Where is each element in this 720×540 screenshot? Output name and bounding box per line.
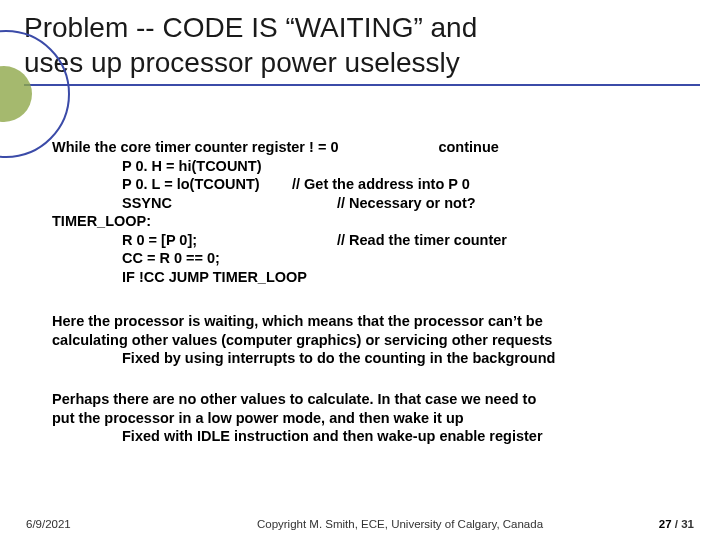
- code-text: continue: [438, 139, 498, 155]
- code-line: TIMER_LOOP:: [52, 212, 694, 231]
- code-line: CC = R 0 == 0;: [52, 249, 694, 268]
- page-total: 31: [681, 518, 694, 530]
- para-subline: Fixed with IDLE instruction and then wak…: [52, 427, 694, 446]
- slide-title: Problem -- CODE IS “WAITING” and uses up…: [24, 10, 700, 80]
- paragraph-1: Here the processor is waiting, which mea…: [52, 312, 694, 368]
- page-current: 27: [659, 518, 672, 530]
- para-line: Perhaps there are no other values to cal…: [52, 391, 536, 407]
- code-text: R 0 = [P 0];: [122, 232, 197, 248]
- code-text: SSYNC: [122, 195, 172, 211]
- slide-body: While the core timer counter register ! …: [0, 92, 720, 446]
- code-text: IF !CC JUMP TIMER_LOOP: [122, 269, 307, 285]
- code-line: R 0 = [P 0];// Read the timer counter: [52, 231, 694, 250]
- paragraph-2: Perhaps there are no other values to cal…: [52, 390, 694, 446]
- code-comment: // Necessary or not?: [337, 195, 476, 211]
- para-line: put the processor in a low power mode, a…: [52, 410, 464, 426]
- code-line: P 0. L = lo(TCOUNT)// Get the address in…: [52, 175, 694, 194]
- code-label: TIMER_LOOP:: [52, 213, 151, 229]
- code-line: SSYNC// Necessary or not?: [52, 194, 694, 213]
- footer-page: 27 / 31: [614, 518, 694, 530]
- slide-title-area: Problem -- CODE IS “WAITING” and uses up…: [0, 0, 720, 92]
- footer-copyright: Copyright M. Smith, ECE, University of C…: [186, 518, 614, 530]
- title-line-2: uses up processor power uselessly: [24, 47, 460, 78]
- code-text: P 0. L = lo(TCOUNT): [122, 176, 260, 192]
- code-line: P 0. H = hi(TCOUNT): [52, 157, 694, 176]
- code-text: CC = R 0 == 0;: [122, 250, 220, 266]
- title-line-1: Problem -- CODE IS “WAITING” and: [24, 12, 477, 43]
- code-comment: // Read the timer counter: [337, 232, 507, 248]
- page-sep: /: [672, 518, 682, 530]
- footer-date: 6/9/2021: [26, 518, 186, 530]
- code-line: While the core timer counter register ! …: [52, 138, 694, 157]
- code-line: IF !CC JUMP TIMER_LOOP: [52, 268, 694, 287]
- code-comment: // Get the address into P 0: [292, 176, 470, 192]
- title-underline: [24, 84, 700, 86]
- slide-footer: 6/9/2021 Copyright M. Smith, ECE, Univer…: [0, 518, 720, 530]
- para-subline: Fixed by using interrupts to do the coun…: [52, 349, 694, 368]
- para-line: Here the processor is waiting, which mea…: [52, 313, 543, 329]
- code-block: While the core timer counter register ! …: [52, 138, 694, 286]
- code-text: While the core timer counter register ! …: [52, 139, 338, 155]
- code-text: P 0. H = hi(TCOUNT): [122, 158, 262, 174]
- para-line: calculating other values (computer graph…: [52, 332, 552, 348]
